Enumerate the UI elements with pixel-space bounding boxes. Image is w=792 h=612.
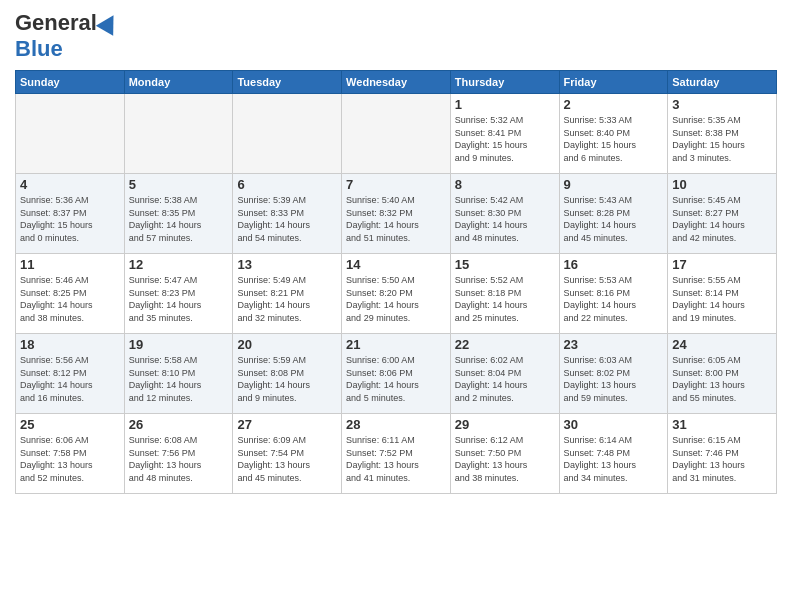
day-info: Sunrise: 6:14 AM Sunset: 7:48 PM Dayligh… [564,434,664,484]
day-info: Sunrise: 5:59 AM Sunset: 8:08 PM Dayligh… [237,354,337,404]
header-sunday: Sunday [16,71,125,94]
table-row: 16Sunrise: 5:53 AM Sunset: 8:16 PM Dayli… [559,254,668,334]
day-info: Sunrise: 5:47 AM Sunset: 8:23 PM Dayligh… [129,274,229,324]
week-row-1: 1Sunrise: 5:32 AM Sunset: 8:41 PM Daylig… [16,94,777,174]
day-info: Sunrise: 5:52 AM Sunset: 8:18 PM Dayligh… [455,274,555,324]
day-number: 23 [564,337,664,352]
day-number: 11 [20,257,120,272]
table-row: 14Sunrise: 5:50 AM Sunset: 8:20 PM Dayli… [342,254,451,334]
table-row: 26Sunrise: 6:08 AM Sunset: 7:56 PM Dayli… [124,414,233,494]
day-number: 31 [672,417,772,432]
header-saturday: Saturday [668,71,777,94]
day-number: 8 [455,177,555,192]
day-info: Sunrise: 5:38 AM Sunset: 8:35 PM Dayligh… [129,194,229,244]
table-row [342,94,451,174]
logo-blue-text: Blue [15,36,63,62]
day-info: Sunrise: 6:03 AM Sunset: 8:02 PM Dayligh… [564,354,664,404]
day-number: 26 [129,417,229,432]
table-row: 8Sunrise: 5:42 AM Sunset: 8:30 PM Daylig… [450,174,559,254]
day-info: Sunrise: 5:58 AM Sunset: 8:10 PM Dayligh… [129,354,229,404]
day-info: Sunrise: 6:08 AM Sunset: 7:56 PM Dayligh… [129,434,229,484]
table-row [124,94,233,174]
day-info: Sunrise: 5:53 AM Sunset: 8:16 PM Dayligh… [564,274,664,324]
day-number: 25 [20,417,120,432]
day-number: 4 [20,177,120,192]
day-number: 19 [129,337,229,352]
day-info: Sunrise: 5:56 AM Sunset: 8:12 PM Dayligh… [20,354,120,404]
day-info: Sunrise: 5:55 AM Sunset: 8:14 PM Dayligh… [672,274,772,324]
week-row-5: 25Sunrise: 6:06 AM Sunset: 7:58 PM Dayli… [16,414,777,494]
table-row: 18Sunrise: 5:56 AM Sunset: 8:12 PM Dayli… [16,334,125,414]
header-row: SundayMondayTuesdayWednesdayThursdayFrid… [16,71,777,94]
table-row: 20Sunrise: 5:59 AM Sunset: 8:08 PM Dayli… [233,334,342,414]
day-number: 14 [346,257,446,272]
day-number: 9 [564,177,664,192]
day-info: Sunrise: 5:33 AM Sunset: 8:40 PM Dayligh… [564,114,664,164]
day-info: Sunrise: 5:49 AM Sunset: 8:21 PM Dayligh… [237,274,337,324]
day-number: 1 [455,97,555,112]
table-row: 22Sunrise: 6:02 AM Sunset: 8:04 PM Dayli… [450,334,559,414]
day-number: 28 [346,417,446,432]
day-number: 22 [455,337,555,352]
week-row-3: 11Sunrise: 5:46 AM Sunset: 8:25 PM Dayli… [16,254,777,334]
header-monday: Monday [124,71,233,94]
day-number: 12 [129,257,229,272]
table-row: 15Sunrise: 5:52 AM Sunset: 8:18 PM Dayli… [450,254,559,334]
day-number: 20 [237,337,337,352]
day-info: Sunrise: 6:09 AM Sunset: 7:54 PM Dayligh… [237,434,337,484]
table-row: 7Sunrise: 5:40 AM Sunset: 8:32 PM Daylig… [342,174,451,254]
day-number: 18 [20,337,120,352]
day-number: 16 [564,257,664,272]
table-row: 6Sunrise: 5:39 AM Sunset: 8:33 PM Daylig… [233,174,342,254]
day-info: Sunrise: 6:15 AM Sunset: 7:46 PM Dayligh… [672,434,772,484]
logo: General Blue [15,10,119,62]
calendar-table: SundayMondayTuesdayWednesdayThursdayFrid… [15,70,777,494]
day-info: Sunrise: 5:32 AM Sunset: 8:41 PM Dayligh… [455,114,555,164]
day-number: 29 [455,417,555,432]
table-row: 17Sunrise: 5:55 AM Sunset: 8:14 PM Dayli… [668,254,777,334]
day-info: Sunrise: 6:02 AM Sunset: 8:04 PM Dayligh… [455,354,555,404]
day-number: 6 [237,177,337,192]
table-row [233,94,342,174]
day-number: 3 [672,97,772,112]
table-row: 19Sunrise: 5:58 AM Sunset: 8:10 PM Dayli… [124,334,233,414]
table-row: 10Sunrise: 5:45 AM Sunset: 8:27 PM Dayli… [668,174,777,254]
day-number: 13 [237,257,337,272]
day-number: 7 [346,177,446,192]
day-info: Sunrise: 5:39 AM Sunset: 8:33 PM Dayligh… [237,194,337,244]
table-row: 29Sunrise: 6:12 AM Sunset: 7:50 PM Dayli… [450,414,559,494]
table-row: 27Sunrise: 6:09 AM Sunset: 7:54 PM Dayli… [233,414,342,494]
logo-general-text: General [15,10,97,36]
day-number: 2 [564,97,664,112]
table-row: 11Sunrise: 5:46 AM Sunset: 8:25 PM Dayli… [16,254,125,334]
day-number: 24 [672,337,772,352]
table-row: 28Sunrise: 6:11 AM Sunset: 7:52 PM Dayli… [342,414,451,494]
logo-triangle-icon [96,10,122,36]
day-number: 15 [455,257,555,272]
day-number: 10 [672,177,772,192]
day-info: Sunrise: 5:36 AM Sunset: 8:37 PM Dayligh… [20,194,120,244]
day-number: 27 [237,417,337,432]
header-tuesday: Tuesday [233,71,342,94]
table-row: 24Sunrise: 6:05 AM Sunset: 8:00 PM Dayli… [668,334,777,414]
table-row: 13Sunrise: 5:49 AM Sunset: 8:21 PM Dayli… [233,254,342,334]
table-row: 30Sunrise: 6:14 AM Sunset: 7:48 PM Dayli… [559,414,668,494]
table-row: 1Sunrise: 5:32 AM Sunset: 8:41 PM Daylig… [450,94,559,174]
header: General Blue [15,10,777,62]
table-row: 5Sunrise: 5:38 AM Sunset: 8:35 PM Daylig… [124,174,233,254]
day-number: 17 [672,257,772,272]
table-row: 2Sunrise: 5:33 AM Sunset: 8:40 PM Daylig… [559,94,668,174]
table-row: 9Sunrise: 5:43 AM Sunset: 8:28 PM Daylig… [559,174,668,254]
table-row: 31Sunrise: 6:15 AM Sunset: 7:46 PM Dayli… [668,414,777,494]
table-row: 25Sunrise: 6:06 AM Sunset: 7:58 PM Dayli… [16,414,125,494]
table-row: 4Sunrise: 5:36 AM Sunset: 8:37 PM Daylig… [16,174,125,254]
day-info: Sunrise: 6:05 AM Sunset: 8:00 PM Dayligh… [672,354,772,404]
day-info: Sunrise: 6:06 AM Sunset: 7:58 PM Dayligh… [20,434,120,484]
week-row-2: 4Sunrise: 5:36 AM Sunset: 8:37 PM Daylig… [16,174,777,254]
day-info: Sunrise: 6:00 AM Sunset: 8:06 PM Dayligh… [346,354,446,404]
day-number: 30 [564,417,664,432]
day-number: 5 [129,177,229,192]
day-info: Sunrise: 5:42 AM Sunset: 8:30 PM Dayligh… [455,194,555,244]
day-info: Sunrise: 5:43 AM Sunset: 8:28 PM Dayligh… [564,194,664,244]
table-row: 12Sunrise: 5:47 AM Sunset: 8:23 PM Dayli… [124,254,233,334]
